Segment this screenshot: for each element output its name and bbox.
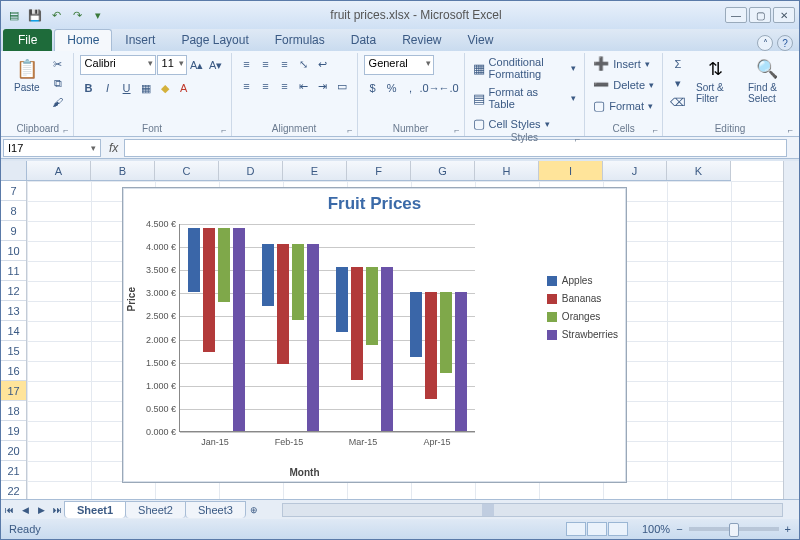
zoom-out-button[interactable]: − — [676, 523, 682, 535]
row-header-11[interactable]: 11 — [1, 261, 26, 281]
sheet-tab-sheet2[interactable]: Sheet2 — [125, 501, 186, 518]
row-header-9[interactable]: 9 — [1, 221, 26, 241]
page-break-view-button[interactable] — [608, 522, 628, 536]
col-header-A[interactable]: A — [27, 161, 91, 180]
save-button[interactable]: 💾 — [26, 6, 44, 24]
embedded-chart[interactable]: Fruit Prices Price 0.000 €0.500 €1.000 €… — [122, 187, 627, 483]
name-box[interactable]: I17 — [3, 139, 101, 157]
sort-filter-button[interactable]: ⇅ Sort & Filter — [691, 55, 739, 107]
underline-button[interactable]: U — [118, 79, 136, 97]
row-header-16[interactable]: 16 — [1, 361, 26, 381]
col-header-G[interactable]: G — [411, 161, 475, 180]
decrease-font-icon[interactable]: A▾ — [207, 56, 225, 74]
col-header-D[interactable]: D — [219, 161, 283, 180]
redo-button[interactable]: ↷ — [68, 6, 86, 24]
sheet-nav-next[interactable]: ▶ — [33, 502, 49, 518]
formula-bar[interactable] — [124, 139, 787, 157]
conditional-formatting-button[interactable]: ▦Conditional Formatting▾ — [471, 55, 579, 81]
copy-button[interactable]: ⧉ — [49, 74, 67, 92]
tab-review[interactable]: Review — [389, 29, 454, 51]
col-header-I[interactable]: I — [539, 161, 603, 180]
col-header-C[interactable]: C — [155, 161, 219, 180]
row-header-18[interactable]: 18 — [1, 401, 26, 421]
autosum-icon[interactable]: Σ — [669, 55, 687, 73]
help-icon[interactable]: ? — [777, 35, 793, 51]
increase-indent-icon[interactable]: ⇥ — [314, 77, 332, 95]
tab-home[interactable]: Home — [54, 29, 112, 51]
zoom-level[interactable]: 100% — [642, 523, 670, 535]
row-header-15[interactable]: 15 — [1, 341, 26, 361]
row-header-14[interactable]: 14 — [1, 321, 26, 341]
tab-page-layout[interactable]: Page Layout — [168, 29, 261, 51]
zoom-in-button[interactable]: + — [785, 523, 791, 535]
minimize-button[interactable]: — — [725, 7, 747, 23]
row-header-21[interactable]: 21 — [1, 461, 26, 481]
percent-format-icon[interactable]: % — [383, 79, 401, 97]
fx-icon[interactable]: fx — [109, 141, 118, 155]
find-select-button[interactable]: 🔍 Find & Select — [743, 55, 791, 107]
bold-button[interactable]: B — [80, 79, 98, 97]
row-header-22[interactable]: 22 — [1, 481, 26, 501]
row-header-7[interactable]: 7 — [1, 181, 26, 201]
decrease-decimal-icon[interactable]: ←.0 — [440, 79, 458, 97]
sheet-tab-sheet3[interactable]: Sheet3 — [185, 501, 246, 518]
align-center-icon[interactable]: ≡ — [257, 77, 275, 95]
vertical-scrollbar[interactable] — [783, 161, 799, 499]
restore-button[interactable]: ▢ — [749, 7, 771, 23]
tab-formulas[interactable]: Formulas — [262, 29, 338, 51]
tab-view[interactable]: View — [455, 29, 507, 51]
zoom-slider[interactable] — [689, 527, 779, 531]
tab-file[interactable]: File — [3, 29, 52, 51]
paste-button[interactable]: 📋 Paste — [9, 55, 45, 96]
wrap-text-icon[interactable]: ↩ — [314, 55, 332, 73]
row-header-12[interactable]: 12 — [1, 281, 26, 301]
border-button[interactable]: ▦ — [137, 79, 155, 97]
col-header-K[interactable]: K — [667, 161, 731, 180]
font-name-combo[interactable]: Calibri — [80, 55, 156, 75]
clear-icon[interactable]: ⌫ — [669, 93, 687, 111]
align-bottom-icon[interactable]: ≡ — [276, 55, 294, 73]
align-middle-icon[interactable]: ≡ — [257, 55, 275, 73]
col-header-B[interactable]: B — [91, 161, 155, 180]
minimize-ribbon-icon[interactable]: ˄ — [757, 35, 773, 51]
row-header-17[interactable]: 17 — [1, 381, 26, 401]
align-top-icon[interactable]: ≡ — [238, 55, 256, 73]
row-header-10[interactable]: 10 — [1, 241, 26, 261]
new-sheet-button[interactable]: ⊕ — [246, 502, 262, 518]
cell-styles-button[interactable]: ▢Cell Styles▾ — [471, 115, 552, 132]
col-header-E[interactable]: E — [283, 161, 347, 180]
comma-format-icon[interactable]: , — [402, 79, 420, 97]
format-painter-button[interactable]: 🖌 — [49, 93, 67, 111]
decrease-indent-icon[interactable]: ⇤ — [295, 77, 313, 95]
delete-cells-button[interactable]: ➖Delete▾ — [591, 76, 656, 93]
sheet-nav-prev[interactable]: ◀ — [17, 502, 33, 518]
close-button[interactable]: ✕ — [773, 7, 795, 23]
row-header-8[interactable]: 8 — [1, 201, 26, 221]
format-as-table-button[interactable]: ▤Format as Table▾ — [471, 85, 579, 111]
col-header-J[interactable]: J — [603, 161, 667, 180]
page-layout-view-button[interactable] — [587, 522, 607, 536]
sheet-tab-sheet1[interactable]: Sheet1 — [64, 501, 126, 518]
row-header-20[interactable]: 20 — [1, 441, 26, 461]
increase-font-icon[interactable]: A▴ — [188, 56, 206, 74]
row-header-13[interactable]: 13 — [1, 301, 26, 321]
tab-insert[interactable]: Insert — [112, 29, 168, 51]
insert-cells-button[interactable]: ➕Insert▾ — [591, 55, 652, 72]
align-left-icon[interactable]: ≡ — [238, 77, 256, 95]
row-header-19[interactable]: 19 — [1, 421, 26, 441]
font-color-button[interactable]: A — [175, 79, 193, 97]
number-format-combo[interactable]: General — [364, 55, 434, 75]
normal-view-button[interactable] — [566, 522, 586, 536]
col-header-F[interactable]: F — [347, 161, 411, 180]
sheet-nav-last[interactable]: ⏭ — [49, 502, 65, 518]
align-right-icon[interactable]: ≡ — [276, 77, 294, 95]
merge-center-icon[interactable]: ▭ — [333, 77, 351, 95]
sheet-nav-first[interactable]: ⏮ — [1, 502, 17, 518]
italic-button[interactable]: I — [99, 79, 117, 97]
tab-data[interactable]: Data — [338, 29, 389, 51]
increase-decimal-icon[interactable]: .0→ — [421, 79, 439, 97]
orientation-icon[interactable]: ⤡ — [295, 55, 313, 73]
col-header-H[interactable]: H — [475, 161, 539, 180]
format-cells-button[interactable]: ▢Format▾ — [591, 97, 655, 114]
font-size-combo[interactable]: 11 — [157, 55, 187, 75]
